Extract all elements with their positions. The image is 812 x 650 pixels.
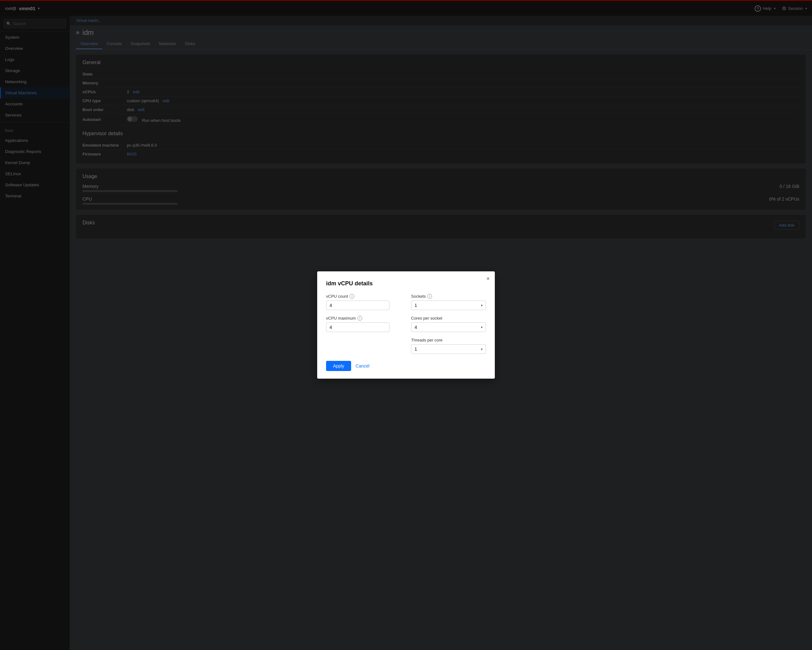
cancel-button[interactable]: Cancel (356, 363, 369, 369)
threads-per-core-select-wrap: 1 2 ▾ (411, 344, 486, 354)
threads-per-core-group: Threads per core 1 2 ▾ (411, 338, 486, 354)
vcpu-details-modal: idm vCPU details × vCPU count i Sockets … (317, 271, 495, 379)
sockets-group: Sockets i 1 2 4 ▾ (411, 294, 486, 310)
threads-per-core-select[interactable]: 1 2 (411, 344, 486, 354)
vcpu-count-info-icon: i (350, 294, 354, 299)
cores-per-socket-select[interactable]: 1 2 4 8 (411, 323, 486, 332)
sockets-info-icon: i (427, 294, 432, 299)
modal-footer: Apply Cancel (326, 361, 486, 371)
cores-per-socket-label: Cores per socket (411, 316, 486, 321)
sockets-select-wrap: 1 2 4 ▾ (411, 301, 486, 310)
cores-per-socket-select-wrap: 1 2 4 8 ▾ (411, 323, 486, 332)
apply-button[interactable]: Apply (326, 361, 351, 371)
vcpu-max-group: vCPU maximum i (326, 316, 401, 332)
vcpu-max-label: vCPU maximum i (326, 316, 401, 321)
empty-group (326, 338, 401, 354)
sockets-select[interactable]: 1 2 4 (411, 301, 486, 310)
vcpu-count-label: vCPU count i (326, 294, 401, 299)
modal-close-button[interactable]: × (486, 276, 490, 281)
threads-per-core-label: Threads per core (411, 338, 486, 343)
modal-form: vCPU count i Sockets i 1 2 4 ▾ (326, 294, 486, 354)
vcpu-max-info-icon: i (357, 316, 362, 321)
cores-per-socket-group: Cores per socket 1 2 4 8 ▾ (411, 316, 486, 332)
vcpu-count-group: vCPU count i (326, 294, 401, 310)
sockets-label: Sockets i (411, 294, 486, 299)
vcpu-count-input[interactable] (326, 301, 389, 310)
modal-overlay: idm vCPU details × vCPU count i Sockets … (0, 0, 812, 650)
modal-title: idm vCPU details (326, 280, 486, 287)
vcpu-max-input[interactable] (326, 323, 389, 332)
